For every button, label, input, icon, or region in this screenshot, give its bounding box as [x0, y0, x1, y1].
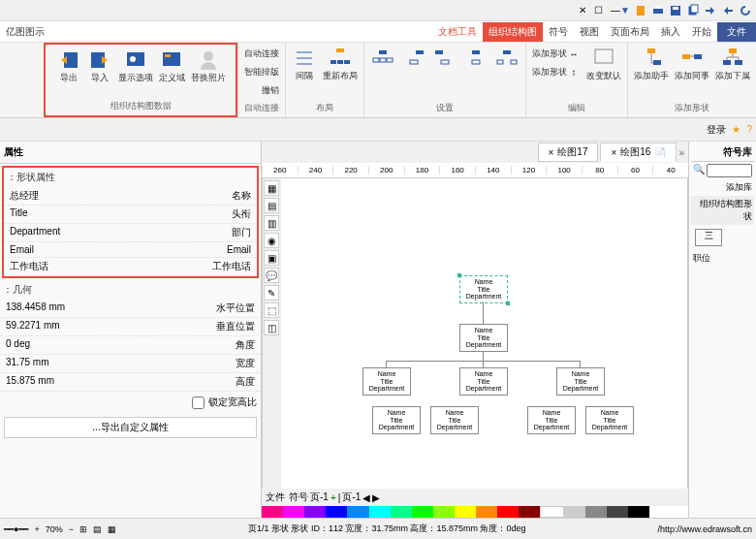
redo-icon[interactable]	[704, 4, 717, 17]
bottom-tab[interactable]: 符号	[289, 491, 308, 504]
prop-row[interactable]: 垂直位置59.2271 mm	[0, 318, 261, 336]
help-icon[interactable]: ?	[746, 124, 752, 135]
tab-view[interactable]: 视图	[574, 22, 605, 42]
undo-icon[interactable]	[721, 4, 735, 17]
s4[interactable]	[399, 45, 428, 72]
relayout-button[interactable]: 重新布局	[321, 45, 360, 83]
ribbon-group-settings: 设置	[363, 43, 525, 117]
prop-row[interactable]: 宽度31.75 mm	[0, 355, 261, 373]
add-page-icon[interactable]: +	[331, 492, 336, 503]
symbol-search-input[interactable]	[707, 164, 752, 177]
view-icon[interactable]: ▦	[108, 524, 116, 534]
tab-symbol[interactable]: 符号	[543, 22, 574, 42]
ac1[interactable]: 自动连接	[242, 45, 281, 62]
bottom-tab[interactable]: 文件	[266, 491, 285, 504]
tab-doctools[interactable]: 文档工具	[432, 22, 483, 42]
add-peer-button[interactable]: 添加同事	[673, 45, 711, 83]
search-icon[interactable]: 🔍	[693, 164, 705, 177]
add-sub-button[interactable]: 添加下属	[713, 45, 752, 83]
nochange-button[interactable]: 改变默认	[584, 45, 623, 83]
s3[interactable]	[430, 45, 459, 72]
tool-icon[interactable]: ◫	[264, 320, 279, 335]
tool-icon[interactable]: 💬	[264, 268, 279, 283]
dropdown-icon[interactable]: ▼	[620, 5, 630, 16]
doc-tab-1[interactable]: 📄绘图16×	[600, 143, 677, 162]
nav-icon[interactable]: ▶	[372, 492, 380, 503]
doc-tab-2[interactable]: 绘图17×	[538, 143, 599, 162]
prop-row[interactable]: 高度15.875 mm	[0, 373, 261, 392]
login-link[interactable]: 登录	[707, 123, 726, 137]
tool-icon[interactable]: ▥	[264, 215, 279, 231]
org-node[interactable]: NameTitleDepartment	[430, 406, 479, 434]
export-button[interactable]: 导出	[54, 47, 83, 85]
zoom-out-icon[interactable]: −	[69, 524, 74, 534]
tool-icon[interactable]: ⬚	[264, 302, 279, 318]
export-custom-button[interactable]: 导出自定义属性...	[4, 417, 257, 438]
add-lib-link[interactable]: 添加库	[691, 179, 754, 196]
tool-icon[interactable]: ▤	[264, 198, 279, 213]
tab-insert[interactable]: 插入	[655, 22, 686, 42]
doc-icon[interactable]	[634, 4, 647, 17]
minimize-icon[interactable]: —	[611, 5, 620, 16]
maximize-icon[interactable]: ☐	[594, 5, 603, 16]
copy-icon[interactable]	[686, 4, 700, 17]
view-icon[interactable]: ▤	[93, 524, 102, 534]
close-icon[interactable]: ✕	[579, 5, 586, 16]
prop-row[interactable]: 水平位置138.4458 mm	[0, 300, 261, 318]
lock-ratio-checkbox[interactable]: 锁定宽高比	[0, 392, 261, 413]
org-node[interactable]: NameTitleDepartment	[459, 324, 508, 352]
view-icon[interactable]: ⊞	[79, 524, 87, 534]
tab-orgchart[interactable]: 组织结构图	[483, 22, 543, 42]
canvas[interactable]: NameTitleDepartment NameTitleDepartment …	[281, 178, 673, 489]
replace-photo-button[interactable]: 替换照片	[189, 47, 228, 85]
move-btn2[interactable]: ↕添加形状	[530, 63, 583, 80]
display-button[interactable]: 显示选项	[116, 47, 155, 85]
tool-icon[interactable]: ◉	[264, 233, 279, 248]
zoom-slider[interactable]: ━━●━━	[4, 524, 28, 534]
define-button[interactable]: 定义域	[157, 47, 187, 85]
color-palette[interactable]	[262, 506, 649, 518]
add-assist-button[interactable]: 添加助手	[632, 45, 671, 83]
prop-row[interactable]: 名称总经理	[4, 187, 257, 206]
save-icon[interactable]	[669, 4, 682, 17]
tab-start[interactable]: 开始	[686, 22, 717, 42]
page-tab[interactable]: 页-1	[310, 491, 329, 504]
org-node[interactable]: NameTitleDepartment	[459, 367, 508, 396]
org-node[interactable]: NameTitleDepartment	[556, 367, 605, 396]
page-tab[interactable]: 页-1	[342, 491, 361, 504]
close-tab-icon[interactable]: ×	[611, 147, 616, 158]
group-label: 添加形状	[675, 101, 709, 115]
prop-row[interactable]: 部门Department	[4, 224, 257, 242]
tool-icon[interactable]: ▦	[264, 180, 279, 196]
org-node-root[interactable]: NameTitleDepartment	[459, 275, 508, 303]
file-menu[interactable]: 文件	[717, 22, 756, 42]
close-tab-icon[interactable]: ×	[549, 147, 554, 158]
prop-row[interactable]: EmailEmail	[4, 242, 257, 258]
import-button[interactable]: 导入	[85, 47, 114, 85]
move-btn[interactable]: ↔添加形状	[530, 45, 583, 62]
prop-row[interactable]: 头衔Title	[4, 206, 257, 224]
tool-icon[interactable]: ✎	[264, 285, 279, 301]
star-icon[interactable]: ★	[732, 124, 740, 135]
org-node[interactable]: NameTitleDepartment	[585, 406, 634, 434]
prop-row[interactable]: 工作电话工作电话	[4, 258, 257, 276]
org-node[interactable]: NameTitleDepartment	[527, 406, 576, 434]
refresh-icon[interactable]	[739, 4, 752, 17]
nav-icon[interactable]: ◀	[362, 492, 370, 503]
prop-row[interactable]: 角度0 deg	[0, 336, 261, 355]
tool-icon[interactable]: ▣	[264, 250, 279, 266]
org-node[interactable]: NameTitleDepartment	[372, 406, 421, 434]
shape-thumb[interactable]: 三	[695, 229, 722, 246]
org-node[interactable]: NameTitleDepartment	[362, 367, 411, 396]
tab-nav-icon[interactable]: «	[678, 147, 684, 158]
tab-layout[interactable]: 页面布局	[605, 22, 655, 42]
s5[interactable]	[368, 45, 397, 72]
print-icon[interactable]	[651, 4, 665, 17]
section-title[interactable]: 组织结构图形状	[691, 196, 754, 225]
ac3[interactable]: 撤销	[242, 81, 281, 99]
s2[interactable]	[461, 45, 490, 72]
zoom-in-icon[interactable]: +	[34, 524, 39, 534]
ac2[interactable]: 智能排版	[242, 63, 281, 80]
s1[interactable]	[492, 45, 521, 72]
interval-button[interactable]: 间隔	[290, 45, 319, 83]
